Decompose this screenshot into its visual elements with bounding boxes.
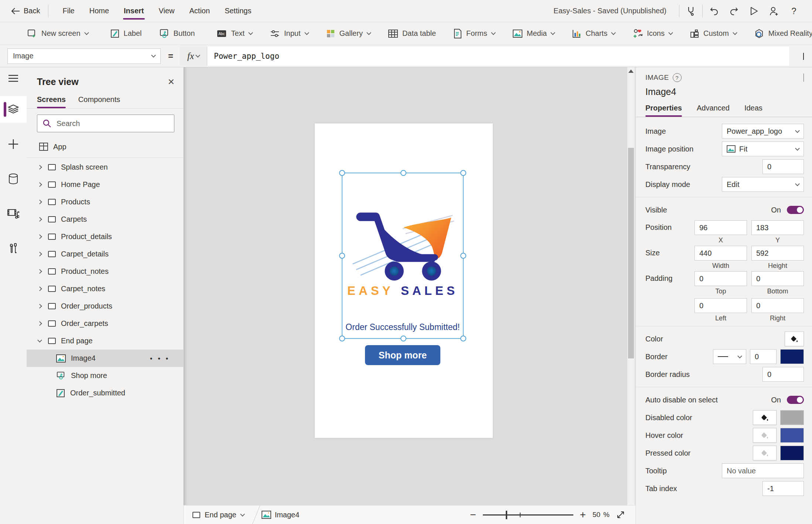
tree-view-rail-button[interactable] xyxy=(0,96,27,123)
forms-menu[interactable]: Forms xyxy=(445,23,504,45)
insert-rail-button[interactable] xyxy=(0,131,27,157)
tree-screen-row[interactable]: Product_notes xyxy=(27,263,183,280)
icons-menu[interactable]: Icons xyxy=(624,23,681,45)
menu-insert[interactable]: Insert xyxy=(116,0,151,22)
undo-icon[interactable] xyxy=(706,3,723,19)
menu-file[interactable]: File xyxy=(55,0,82,22)
media-menu[interactable]: Media xyxy=(504,23,563,45)
app-checker-icon[interactable] xyxy=(682,3,699,19)
tab-properties[interactable]: Properties xyxy=(645,104,682,117)
tree-screen-row[interactable]: Order_carpets xyxy=(27,315,183,332)
tab-screens[interactable]: Screens xyxy=(37,95,66,108)
tab-components[interactable]: Components xyxy=(78,95,120,108)
tooltip-input[interactable]: No value xyxy=(722,463,804,478)
hover-color-swatch[interactable] xyxy=(780,428,804,443)
resize-handle[interactable] xyxy=(339,253,345,259)
tab-advanced[interactable]: Advanced xyxy=(697,104,730,117)
close-icon[interactable]: × xyxy=(168,76,174,87)
menu-settings[interactable]: Settings xyxy=(217,0,259,22)
size-width-input[interactable]: 440 xyxy=(695,246,747,261)
data-table-button[interactable]: Data table xyxy=(379,23,445,45)
scrollbar-thumb[interactable] xyxy=(628,148,634,358)
button-button[interactable]: Button xyxy=(151,23,204,45)
padding-right-input[interactable]: 0 xyxy=(751,298,804,313)
formula-bar-expand-button[interactable] xyxy=(803,53,804,59)
padding-left-input[interactable]: 0 xyxy=(695,298,747,313)
charts-menu[interactable]: Charts xyxy=(563,23,624,45)
pressed-color-picker-button[interactable] xyxy=(753,446,777,460)
more-options-icon[interactable]: • • • xyxy=(150,354,170,362)
new-screen-button[interactable]: New screen xyxy=(18,23,97,45)
media-rail-button[interactable] xyxy=(0,200,27,227)
share-person-icon[interactable] xyxy=(765,3,782,19)
tree-screen-row-end-page[interactable]: End page xyxy=(27,332,183,350)
tree-screen-row[interactable]: Products xyxy=(27,193,183,211)
tree-item-shop-more[interactable]: Shop more xyxy=(27,367,183,384)
tree-search-box[interactable] xyxy=(37,115,174,132)
padding-top-input[interactable]: 0 xyxy=(695,271,747,286)
image-dropdown[interactable]: Power_app_logo xyxy=(722,124,804,139)
hamburger-menu-icon[interactable] xyxy=(0,67,27,89)
collapse-panel-button[interactable] xyxy=(804,74,804,82)
padding-bottom-input[interactable]: 0 xyxy=(751,271,804,286)
data-rail-button[interactable] xyxy=(0,166,27,192)
tree-screen-row[interactable]: Splash screen xyxy=(27,159,183,176)
tree-screen-row[interactable]: Carpet_notes xyxy=(27,280,183,297)
scroll-up-arrow[interactable] xyxy=(628,69,634,73)
border-color-swatch[interactable] xyxy=(780,349,804,364)
gallery-menu[interactable]: Gallery xyxy=(317,23,379,45)
preview-play-icon[interactable] xyxy=(746,3,762,19)
shop-more-button[interactable]: Shop more xyxy=(365,345,440,365)
tree-item-app[interactable]: App xyxy=(27,137,183,156)
border-width-input[interactable]: 0 xyxy=(750,349,777,364)
zoom-slider-thumb[interactable] xyxy=(506,511,507,519)
hover-color-picker-button[interactable] xyxy=(753,428,777,443)
help-icon[interactable]: ? xyxy=(785,3,802,19)
text-menu[interactable]: Abc Text xyxy=(208,23,261,45)
disabled-color-swatch[interactable] xyxy=(780,410,804,425)
resize-handle[interactable] xyxy=(460,170,466,176)
resize-handle[interactable] xyxy=(339,170,345,176)
design-canvas[interactable]: EASY SALES Order Successfully Submitted!… xyxy=(184,67,635,505)
screen-selector[interactable]: End page xyxy=(184,506,251,524)
tree-screen-row[interactable]: Home Page xyxy=(27,176,183,193)
redo-icon[interactable] xyxy=(726,3,743,19)
tree-screen-row[interactable]: Carpet_details xyxy=(27,245,183,263)
tree-item-image4[interactable]: Image4 • • • xyxy=(27,350,183,367)
display-mode-dropdown[interactable]: Edit xyxy=(722,177,804,192)
resize-handle[interactable] xyxy=(460,253,466,259)
resize-handle[interactable] xyxy=(400,336,406,341)
back-button[interactable]: Back xyxy=(0,7,48,15)
auto-disable-toggle[interactable] xyxy=(787,396,804,404)
menu-home[interactable]: Home xyxy=(82,0,116,22)
disabled-color-picker-button[interactable] xyxy=(753,410,777,425)
tree-item-order-submitted[interactable]: Order_submitted xyxy=(27,384,183,402)
position-y-input[interactable]: 183 xyxy=(751,220,804,235)
image-position-dropdown[interactable]: Fit xyxy=(722,142,804,156)
selection-box[interactable] xyxy=(342,173,464,339)
border-style-dropdown[interactable] xyxy=(713,349,746,364)
color-picker-button[interactable] xyxy=(785,331,804,346)
custom-menu[interactable]: Custom xyxy=(681,23,746,45)
visible-toggle[interactable] xyxy=(787,206,804,214)
position-x-input[interactable]: 96 xyxy=(695,220,747,235)
zoom-slider[interactable] xyxy=(483,514,573,516)
advanced-tools-rail-button[interactable] xyxy=(0,235,27,262)
resize-handle[interactable] xyxy=(400,170,406,176)
input-menu[interactable]: Input xyxy=(261,23,317,45)
transparency-input[interactable]: 0 xyxy=(762,159,804,174)
label-button[interactable]: Label xyxy=(102,23,151,45)
mixed-reality-menu[interactable]: Mixed Reality xyxy=(746,23,812,45)
search-input[interactable] xyxy=(57,119,169,128)
canvas-scrollbar[interactable] xyxy=(627,67,635,505)
tree-screen-row[interactable]: Carpets xyxy=(27,211,183,228)
menu-action[interactable]: Action xyxy=(182,0,218,22)
resize-handle[interactable] xyxy=(339,336,345,341)
border-radius-input[interactable]: 0 xyxy=(762,367,804,382)
pressed-color-swatch[interactable] xyxy=(780,446,804,460)
tree-screen-row[interactable]: Order_products xyxy=(27,297,183,315)
zoom-in-button[interactable]: + xyxy=(580,510,586,520)
property-selector[interactable]: Image xyxy=(7,48,161,64)
size-height-input[interactable]: 592 xyxy=(751,246,804,261)
formula-input[interactable]: Power_app_logo xyxy=(207,47,789,66)
